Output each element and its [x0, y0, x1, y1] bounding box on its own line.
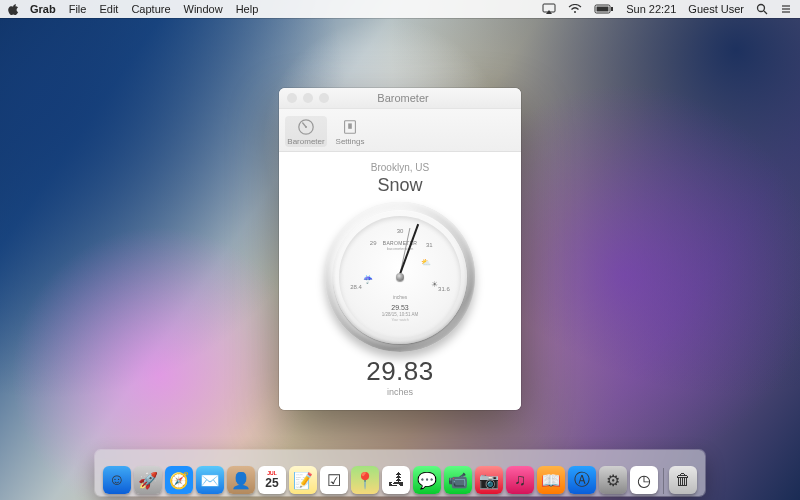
gauge-hub	[396, 273, 404, 281]
menubar-edit[interactable]: Edit	[99, 3, 118, 15]
pressure-reading: 29.83	[366, 356, 434, 387]
dial-tick-left: 28.4	[350, 284, 362, 290]
dock-photos[interactable]: 🏞	[382, 466, 410, 494]
window-titlebar[interactable]: Barometer	[279, 88, 521, 109]
window-content: Brooklyn, US Snow 30 29 31 28.4 31.6 ⛅ ☀…	[279, 152, 521, 410]
dock-finder[interactable]: ☺	[103, 466, 131, 494]
dial-sun-cloud-icon: ⛅	[421, 258, 431, 267]
dock-messages[interactable]: 💬	[413, 466, 441, 494]
dial-source: Your watch	[339, 318, 461, 322]
svg-line-6	[764, 11, 767, 14]
weather-condition: Snow	[377, 175, 422, 196]
barometer-window: Barometer Barometer Settings Brooklyn, U…	[279, 88, 521, 410]
barometer-gauge-icon	[297, 118, 315, 136]
dial-rain-icon: ☔	[363, 275, 373, 284]
airplay-icon[interactable]	[542, 3, 556, 15]
dock-photobooth[interactable]: 📷	[475, 466, 503, 494]
wifi-icon[interactable]	[568, 4, 582, 14]
window-toolbar: Barometer Settings	[279, 109, 521, 152]
menubar-app-name[interactable]: Grab	[30, 3, 56, 15]
menubar-user[interactable]: Guest User	[688, 3, 744, 15]
dock-reminders[interactable]: ☑︎	[320, 466, 348, 494]
dial-unit-label: inches	[339, 294, 461, 300]
dock-contacts[interactable]: 👤	[227, 466, 255, 494]
notification-center-icon[interactable]	[780, 3, 792, 15]
svg-point-12	[305, 125, 307, 127]
toolbar-settings-tab[interactable]: Settings	[329, 116, 371, 147]
dial-tick-bottomright: 31.6	[438, 286, 450, 292]
menubar-file[interactable]: File	[69, 3, 87, 15]
dock-facetime[interactable]: 📹	[444, 466, 472, 494]
settings-icon	[341, 118, 359, 136]
dial-last-value: 29.53	[339, 304, 461, 311]
dock-appstore[interactable]: Ⓐ	[568, 466, 596, 494]
svg-rect-14	[348, 123, 352, 128]
toolbar-settings-label: Settings	[336, 137, 365, 146]
menubar-window[interactable]: Window	[184, 3, 223, 15]
location-label: Brooklyn, US	[371, 162, 429, 173]
menubar: Grab File Edit Capture Window Help Sun 2…	[0, 0, 800, 18]
menubar-capture[interactable]: Capture	[131, 3, 170, 15]
dock-maps[interactable]: 📍	[351, 466, 379, 494]
dial-sun-icon: ☀	[431, 280, 438, 289]
dock-trash[interactable]: 🗑	[669, 466, 697, 494]
dock-calendar[interactable]: JUL25	[258, 466, 286, 494]
toolbar-barometer-label: Barometer	[287, 137, 324, 146]
dock-itunes[interactable]: ♫	[506, 466, 534, 494]
dock-ibooks[interactable]: 📖	[537, 466, 565, 494]
apple-menu-icon[interactable]	[8, 3, 20, 15]
toolbar-barometer-tab[interactable]: Barometer	[285, 116, 327, 147]
svg-rect-4	[597, 7, 609, 12]
barometer-gauge: 30 29 31 28.4 31.6 ⛅ ☀ ☔ BAROMETER barom…	[325, 202, 475, 352]
dock-separator	[663, 468, 664, 494]
dock-launchpad[interactable]: 🚀	[134, 466, 162, 494]
menubar-clock[interactable]: Sun 22:21	[626, 3, 676, 15]
dock-notes[interactable]: 📝	[289, 466, 317, 494]
svg-rect-3	[611, 7, 613, 11]
dock-preferences[interactable]: ⚙	[599, 466, 627, 494]
dock-mail[interactable]: ✉️	[196, 466, 224, 494]
dial-tick-top: 30	[397, 228, 404, 234]
spotlight-icon[interactable]	[756, 3, 768, 15]
pressure-unit: inches	[387, 387, 413, 397]
dial-last-date: 1/28/15, 10:51 AM	[339, 312, 461, 317]
dock: ☺🚀🧭✉️👤JUL25📝☑︎📍🏞💬📹📷♫📖Ⓐ⚙◷ 🗑	[95, 450, 705, 496]
svg-point-5	[758, 5, 765, 12]
svg-point-1	[574, 11, 576, 13]
dock-safari[interactable]: 🧭	[165, 466, 193, 494]
dial-brand-sub: barometer.com	[339, 246, 461, 251]
battery-icon[interactable]	[594, 4, 614, 14]
window-title: Barometer	[293, 92, 513, 104]
dock-barometer-app[interactable]: ◷	[630, 466, 658, 494]
menubar-help[interactable]: Help	[236, 3, 259, 15]
